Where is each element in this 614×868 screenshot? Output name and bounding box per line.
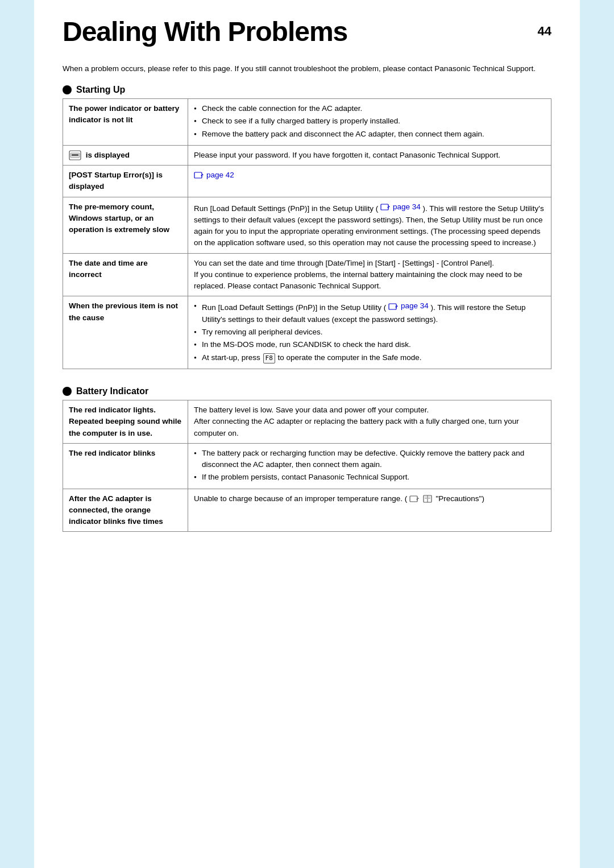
row-content: Check the cable connection for the AC ad…: [188, 99, 551, 146]
row-label: The date and time are incorrect: [63, 253, 188, 296]
svg-marker-8: [395, 305, 398, 308]
f8-key: F8: [263, 353, 275, 364]
arrow-page-icon: [388, 303, 399, 311]
bullet-list: Run [Load Default Settings (PnP)] in the…: [194, 300, 545, 363]
table-row: The date and time are incorrect You can …: [63, 253, 551, 296]
row-label: The red indicator lights.Repeated beepin…: [63, 400, 188, 444]
page-container: Dealing With Problems 44 When a problem …: [34, 0, 580, 868]
row-label: The power indicator or battery indicator…: [63, 99, 188, 146]
battery-table: The red indicator lights.Repeated beepin…: [63, 400, 551, 532]
book-ref-text: "Precautions": [436, 494, 482, 503]
arrow-page-icon: [380, 203, 391, 211]
svg-marker-10: [416, 497, 419, 501]
section-battery-label: Battery Indicator: [76, 386, 148, 396]
page-ref-text: page 34: [401, 300, 429, 312]
row-content: You can set the date and time through [D…: [188, 253, 551, 296]
arrow-page-icon: [409, 495, 420, 503]
list-item: Check the cable connection for the AC ad…: [194, 103, 545, 114]
table-row: The red indicator blinks The battery pac…: [63, 443, 551, 489]
table-row: [POST Startup Error(s)] is displayed pag…: [63, 166, 551, 197]
list-item: In the MS-DOS mode, run SCANDISK to chec…: [194, 339, 545, 350]
row-content: page 42: [188, 166, 551, 197]
page-reference-34b[interactable]: page 34: [388, 300, 429, 312]
bullet-list: Check the cable connection for the AC ad…: [194, 103, 545, 140]
row-content: Run [Load Default Settings (PnP)] in the…: [188, 197, 551, 253]
table-row: The pre-memory count, Windows startup, o…: [63, 197, 551, 253]
svg-rect-2: [72, 154, 78, 156]
row-content: The battery level is low. Save your data…: [188, 400, 551, 444]
bullet-list: The battery pack or recharging function …: [194, 448, 545, 483]
table-row: When the previous item is not the cause …: [63, 296, 551, 369]
section-battery-header: Battery Indicator: [63, 386, 551, 396]
svg-marker-4: [201, 173, 204, 177]
row-label: When the previous item is not the cause: [63, 296, 188, 369]
list-item: The battery pack or recharging function …: [194, 448, 545, 471]
intro-text: When a problem occurs, please refer to t…: [63, 63, 551, 75]
page-reference-34[interactable]: page 34: [380, 201, 421, 213]
list-item: If the problem persists, contact Panason…: [194, 472, 545, 483]
row-label-text: is displayed: [86, 151, 130, 159]
row-label-text: The red indicator lights.Repeated beepin…: [69, 406, 181, 437]
row-content: The battery pack or recharging function …: [188, 443, 551, 489]
table-row: After the AC adapter is connected, the o…: [63, 489, 551, 532]
table-row: The red indicator lights.Repeated beepin…: [63, 400, 551, 444]
list-item: Run [Load Default Settings (PnP)] in the…: [194, 300, 545, 325]
starting-up-table: The power indicator or battery indicator…: [63, 98, 551, 369]
section-bullet-icon: [63, 387, 72, 396]
section-starting-up-header: Starting Up: [63, 85, 551, 95]
table-row: The power indicator or battery indicator…: [63, 99, 551, 146]
password-icon: [69, 150, 81, 160]
svg-marker-6: [387, 205, 390, 209]
list-item: Remove the battery pack and disconnect t…: [194, 129, 545, 140]
row-label: After the AC adapter is connected, the o…: [63, 489, 188, 532]
row-content: Run [Load Default Settings (PnP)] in the…: [188, 296, 551, 369]
list-item: Check to see if a fully charged battery …: [194, 115, 545, 127]
section-bullet-icon: [63, 85, 72, 94]
page-title: Dealing With Problems: [63, 17, 551, 47]
row-content: Please input your password. If you have …: [188, 145, 551, 165]
row-label: The pre-memory count, Windows startup, o…: [63, 197, 188, 253]
table-row: is displayed Please input your password.…: [63, 145, 551, 165]
page-ref-text: page 34: [393, 201, 421, 213]
row-label: is displayed: [63, 145, 188, 165]
page-reference[interactable]: page 42: [194, 170, 234, 181]
arrow-page-icon: [194, 171, 204, 179]
list-item: At start-up, press F8 to operate the com…: [194, 352, 545, 364]
section-starting-up-label: Starting Up: [76, 85, 125, 95]
page-number: 44: [538, 24, 551, 39]
page-ref-text: page 42: [206, 170, 234, 181]
row-content: Unable to charge because of an improper …: [188, 489, 551, 532]
row-label: The red indicator blinks: [63, 443, 188, 489]
book-icon: [423, 495, 432, 503]
list-item: Try removing all peripheral devices.: [194, 326, 545, 338]
row-label: [POST Startup Error(s)] is displayed: [63, 166, 188, 197]
